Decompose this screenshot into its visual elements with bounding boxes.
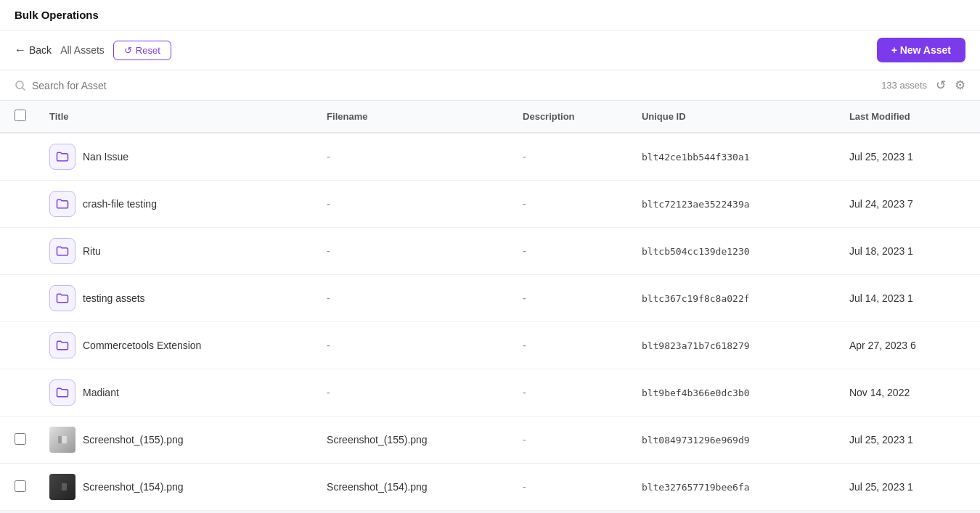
table-row: Madiant--blt9bef4b366e0dc3b0Nov 14, 2022 xyxy=(0,369,980,416)
row-title: Nan Issue xyxy=(83,151,128,163)
row-description: - xyxy=(511,275,630,322)
row-title-cell: Madiant xyxy=(38,369,315,416)
row-title: Screenshot_(154).png xyxy=(83,481,184,493)
row-description: - xyxy=(511,464,630,511)
search-icon xyxy=(15,80,26,91)
row-title: crash-file testing xyxy=(83,198,157,210)
row-unique-id: bltc72123ae3522439a xyxy=(630,181,838,228)
thumbnail-icon xyxy=(49,427,75,453)
unique-id-column-header[interactable]: Unique ID xyxy=(630,101,838,133)
table-container: Title Filename Description Unique ID Las… xyxy=(0,101,980,511)
folder-icon xyxy=(49,332,75,358)
row-title: Ritu xyxy=(83,245,101,257)
row-checkbox-cell xyxy=(0,464,38,511)
reset-label: Reset xyxy=(136,45,160,56)
row-title: Commercetools Extension xyxy=(83,340,201,351)
select-all-checkbox[interactable] xyxy=(15,110,26,121)
row-title: testing assets xyxy=(83,292,145,304)
table-header-row: Title Filename Description Unique ID Las… xyxy=(0,101,980,133)
row-checkbox-cell xyxy=(0,133,38,181)
row-unique-id: blt42ce1bb544f330a1 xyxy=(630,133,838,181)
back-button[interactable]: ← Back xyxy=(15,44,52,57)
search-input[interactable] xyxy=(32,80,250,91)
row-last-modified: Jul 18, 2023 1 xyxy=(838,228,980,275)
title-column-header[interactable]: Title xyxy=(38,101,315,133)
refresh-icon[interactable]: ↺ xyxy=(936,78,946,93)
row-unique-id: blt9bef4b366e0dc3b0 xyxy=(630,369,838,416)
row-unique-id: bltc367c19f8c8a022f xyxy=(630,275,838,322)
folder-icon xyxy=(49,191,75,217)
table-row: testing assets--bltc367c19f8c8a022fJul 1… xyxy=(0,275,980,322)
row-title-cell: crash-file testing xyxy=(38,181,315,228)
folder-icon xyxy=(49,379,75,406)
row-unique-id: bltcb504cc139de1230 xyxy=(630,228,838,275)
row-description: - xyxy=(511,369,630,416)
row-last-modified: Jul 24, 2023 7 xyxy=(838,181,980,228)
svg-rect-3 xyxy=(58,436,62,443)
row-title-cell: Screenshot_(155).png xyxy=(38,416,315,464)
nav-bar: ← Back All Assets ↺ Reset + New Asset xyxy=(0,30,980,70)
row-checkbox-cell xyxy=(0,369,38,416)
table-row: Ritu--bltcb504cc139de1230Jul 18, 2023 1 xyxy=(0,228,980,275)
row-last-modified: Nov 14, 2022 xyxy=(838,369,980,416)
row-checkbox[interactable] xyxy=(15,433,26,445)
table-row: Screenshot_(154).pngScreenshot_(154).png… xyxy=(0,464,980,511)
search-input-wrapper xyxy=(15,80,881,91)
row-filename: Screenshot_(154).png xyxy=(315,464,511,511)
row-title: Madiant xyxy=(83,387,119,398)
row-description: - xyxy=(511,228,630,275)
row-filename: - xyxy=(315,181,511,228)
table-row: Commercetools Extension--blt9823a71b7c61… xyxy=(0,322,980,369)
row-checkbox-cell xyxy=(0,275,38,322)
row-checkbox-cell xyxy=(0,228,38,275)
search-right: 133 assets ↺ ⚙ xyxy=(881,78,965,93)
settings-icon[interactable]: ⚙ xyxy=(955,78,965,93)
table-row: Screenshot_(155).pngScreenshot_(155).png… xyxy=(0,416,980,464)
row-title: Screenshot_(155).png xyxy=(83,434,184,446)
row-last-modified: Jul 14, 2023 1 xyxy=(838,275,980,322)
row-description: - xyxy=(511,416,630,464)
row-unique-id: blt0849731296e969d9 xyxy=(630,416,838,464)
row-checkbox-cell xyxy=(0,416,38,464)
row-filename: - xyxy=(315,369,511,416)
row-title-cell: Nan Issue xyxy=(38,133,315,181)
folder-icon xyxy=(49,238,75,264)
filename-column-header[interactable]: Filename xyxy=(315,101,511,133)
row-filename: Screenshot_(155).png xyxy=(315,416,511,464)
row-unique-id: blt9823a71b7c618279 xyxy=(630,322,838,369)
row-checkbox[interactable] xyxy=(15,480,26,492)
new-asset-label: + New Asset xyxy=(891,44,951,56)
row-title-cell: Commercetools Extension xyxy=(38,322,315,369)
top-bar: Bulk Operations xyxy=(0,0,980,30)
row-description: - xyxy=(511,322,630,369)
row-title-cell: testing assets xyxy=(38,275,315,322)
back-arrow-icon: ← xyxy=(15,44,26,57)
row-filename: - xyxy=(315,275,511,322)
new-asset-button[interactable]: + New Asset xyxy=(877,38,965,62)
back-label: Back xyxy=(29,44,52,56)
checkbox-column-header xyxy=(0,101,38,133)
page-title: Bulk Operations xyxy=(15,9,99,21)
row-title-cell: Ritu xyxy=(38,228,315,275)
table-row: crash-file testing--bltc72123ae3522439aJ… xyxy=(0,181,980,228)
row-last-modified: Apr 27, 2023 6 xyxy=(838,322,980,369)
folder-icon xyxy=(49,285,75,311)
row-checkbox-cell xyxy=(0,322,38,369)
reset-icon: ↺ xyxy=(124,45,132,56)
row-title-cell: Screenshot_(154).png xyxy=(38,464,315,511)
row-checkbox-cell xyxy=(0,181,38,228)
thumbnail-icon xyxy=(49,474,75,500)
svg-rect-5 xyxy=(58,483,62,491)
row-filename: - xyxy=(315,322,511,369)
last-modified-column-header[interactable]: Last Modified xyxy=(838,101,980,133)
search-bar: 133 assets ↺ ⚙ xyxy=(0,70,980,101)
svg-line-1 xyxy=(23,88,25,90)
reset-button[interactable]: ↺ Reset xyxy=(113,41,171,60)
description-column-header[interactable]: Description xyxy=(511,101,630,133)
row-description: - xyxy=(511,181,630,228)
assets-count: 133 assets xyxy=(881,80,927,91)
row-last-modified: Jul 25, 2023 1 xyxy=(838,416,980,464)
row-last-modified: Jul 25, 2023 1 xyxy=(838,133,980,181)
all-assets-label: All Assets xyxy=(60,44,105,56)
assets-table: Title Filename Description Unique ID Las… xyxy=(0,101,980,511)
